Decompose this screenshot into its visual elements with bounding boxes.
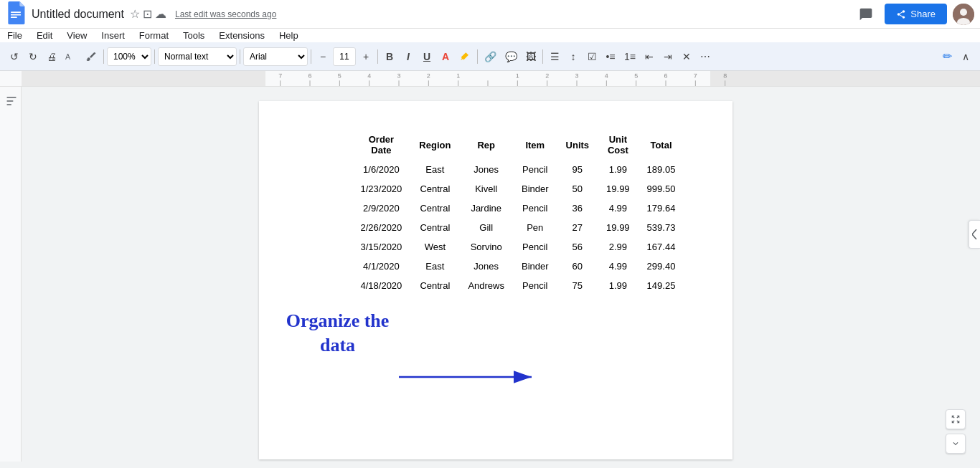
- toolbar: ↺ ↻ 🖨 A 100%75%125% Normal textHeading 1…: [0, 42, 980, 71]
- increase-indent-button[interactable]: ⇥: [659, 47, 677, 67]
- table-cell-6-0: 4/18/2020: [352, 276, 411, 295]
- docs-logo-icon: [6, 1, 26, 27]
- last-edit-text: Last edit was seconds ago: [175, 9, 276, 19]
- table-cell-6-5: 1.99: [598, 276, 639, 295]
- insert-comment-button[interactable]: 💬: [501, 47, 521, 67]
- menu-tools[interactable]: Tools: [176, 29, 212, 42]
- table-cell-3-5: 19.99: [598, 218, 639, 237]
- table-cell-5-0: 4/1/2020: [352, 257, 411, 276]
- table-cell-6-6: 149.25: [639, 276, 684, 295]
- redo-button[interactable]: ↻: [24, 47, 42, 67]
- bold-button[interactable]: B: [381, 47, 398, 67]
- table-cell-2-4: 36: [557, 199, 598, 218]
- font-select[interactable]: ArialTimes New RomanVerdana: [243, 47, 308, 66]
- underline-button[interactable]: U: [418, 47, 435, 67]
- move-icon[interactable]: ⊡: [143, 7, 152, 21]
- table-cell-5-2: Jones: [459, 257, 513, 276]
- menu-edit[interactable]: Edit: [29, 29, 60, 42]
- table-cell-0-0: 1/6/2020: [352, 160, 411, 179]
- undo-button[interactable]: ↺: [6, 47, 23, 67]
- vertical-ruler: [0, 87, 22, 462]
- table-cell-0-4: 95: [557, 160, 598, 179]
- table-cell-1-6: 999.50: [639, 179, 684, 199]
- expand-button[interactable]: [946, 409, 966, 429]
- menu-bar: File Edit View Insert Format Tools Exten…: [0, 29, 306, 42]
- table-cell-3-2: Gill: [459, 218, 513, 237]
- menu-view[interactable]: View: [60, 29, 94, 42]
- collapse-toolbar-button[interactable]: ∧: [957, 47, 974, 67]
- insert-link-button[interactable]: 🔗: [481, 47, 500, 67]
- scroll-down-button[interactable]: [946, 434, 966, 454]
- svg-rect-7: [6, 97, 16, 98]
- clear-formatting-button[interactable]: ✕: [678, 47, 695, 67]
- col-header-unitcost: UnitCost: [598, 130, 639, 160]
- annotation-arrow: [399, 366, 542, 388]
- table-row: 4/18/2020CentralAndrewsPencil751.99149.2…: [352, 276, 684, 295]
- share-label: Share: [910, 9, 936, 19]
- document-area: Organize the data OrderDate Region Rep: [22, 87, 969, 462]
- text-style-select[interactable]: Normal textHeading 1Heading 2: [158, 47, 237, 66]
- line-spacing-button[interactable]: ↕: [565, 47, 582, 67]
- table-cell-0-2: Jones: [459, 160, 513, 179]
- print-button[interactable]: 🖨: [43, 47, 60, 67]
- bullet-list-button[interactable]: •≡: [602, 47, 619, 67]
- col-header-units: Units: [557, 130, 598, 160]
- svg-rect-0: [11, 11, 21, 13]
- table-header-row: OrderDate Region Rep Item Units UnitCost…: [352, 130, 684, 160]
- table-cell-4-0: 3/15/2020: [352, 237, 411, 257]
- outline-toggle[interactable]: [4, 94, 19, 108]
- table-cell-2-2: Jardine: [459, 199, 513, 218]
- table-cell-2-0: 2/9/2020: [352, 199, 411, 218]
- table-cell-3-6: 539.73: [639, 218, 684, 237]
- align-button[interactable]: ☰: [546, 47, 563, 67]
- table-cell-6-4: 75: [557, 276, 598, 295]
- table-cell-5-5: 4.99: [598, 257, 639, 276]
- table-cell-1-0: 1/23/2020: [352, 179, 411, 199]
- editing-mode-button[interactable]: ✏: [938, 47, 956, 67]
- star-icon[interactable]: ☆: [130, 7, 140, 21]
- doc-title[interactable]: Untitled document: [32, 8, 124, 21]
- menu-help[interactable]: Help: [272, 29, 306, 42]
- user-avatar[interactable]: [953, 4, 974, 25]
- table-cell-4-6: 167.44: [639, 237, 684, 257]
- menu-insert[interactable]: Insert: [94, 29, 132, 42]
- numbered-list-button[interactable]: 1≡: [621, 47, 639, 67]
- table-cell-5-4: 60: [557, 257, 598, 276]
- highlight-button[interactable]: [456, 47, 474, 67]
- col-header-total: Total: [639, 130, 684, 160]
- table-cell-5-6: 299.40: [639, 257, 684, 276]
- table-cell-0-3: Pencil: [513, 160, 557, 179]
- menu-extensions[interactable]: Extensions: [212, 29, 272, 42]
- table-cell-3-1: Central: [410, 218, 459, 237]
- decrease-indent-button[interactable]: ⇤: [641, 47, 658, 67]
- annotation-text: Organize the data: [273, 309, 402, 358]
- text-color-button[interactable]: A: [437, 47, 454, 67]
- more-options-button[interactable]: ⋯: [697, 47, 714, 67]
- table-cell-2-3: Pencil: [513, 199, 557, 218]
- scrollbar[interactable]: [969, 87, 980, 462]
- checklist-button[interactable]: ☑: [583, 47, 600, 67]
- menu-format[interactable]: Format: [132, 29, 176, 42]
- spell-check-button[interactable]: A: [62, 47, 80, 67]
- insert-image-button[interactable]: 🖼: [522, 47, 540, 67]
- comment-button[interactable]: [853, 1, 879, 27]
- table-cell-3-0: 2/26/2020: [352, 218, 411, 237]
- col-header-date: OrderDate: [352, 130, 411, 160]
- menu-file[interactable]: File: [0, 29, 29, 42]
- italic-button[interactable]: I: [400, 47, 417, 67]
- paint-format-button[interactable]: [82, 47, 100, 67]
- table-cell-4-5: 2.99: [598, 237, 639, 257]
- table-cell-4-3: Pencil: [513, 237, 557, 257]
- data-table: OrderDate Region Rep Item Units UnitCost…: [352, 130, 684, 295]
- table-cell-2-1: Central: [410, 199, 459, 218]
- table-cell-1-5: 19.99: [598, 179, 639, 199]
- font-size-increase-button[interactable]: +: [357, 47, 374, 67]
- zoom-select[interactable]: 100%75%125%: [107, 47, 151, 66]
- font-size-decrease-button[interactable]: −: [314, 47, 331, 67]
- font-size-input[interactable]: [333, 47, 356, 66]
- svg-rect-8: [6, 100, 13, 102]
- col-header-rep: Rep: [459, 130, 513, 160]
- right-panel-toggle[interactable]: [969, 220, 980, 249]
- share-button[interactable]: Share: [885, 4, 947, 24]
- col-header-region: Region: [410, 130, 459, 160]
